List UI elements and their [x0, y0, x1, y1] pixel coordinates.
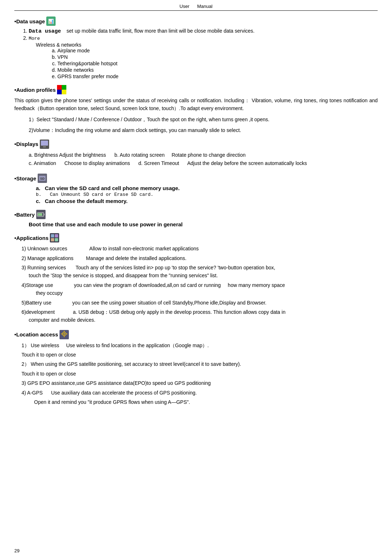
data-usage-item-1: Data usage set up mobile data traffic li… — [29, 28, 378, 34]
section-data-usage: • Data usage 📊 Data usage set up mobile … — [14, 16, 378, 79]
section-title-applications: • Applications — [14, 233, 378, 242]
section-title-audion: • Audion profiles — [14, 85, 378, 94]
location-item-3: 3) GPS EPO assistance,use GPS assistance… — [22, 379, 378, 387]
apps-item-1: 1) Unknown sources Allow to install non-… — [22, 245, 378, 252]
title-displays: Displays — [16, 141, 38, 147]
display-row1: a. Brightness Adjust the brightness b. A… — [29, 151, 378, 160]
svg-rect-20 — [55, 238, 58, 241]
svg-rect-2 — [57, 85, 62, 90]
svg-rect-19 — [51, 238, 54, 241]
wireless-list: Airplane mode VPN Tethering&portable hot… — [57, 48, 378, 79]
section-battery: • Battery Boot time that use and each mo… — [14, 210, 378, 227]
audion-item1: 1）Select "Standard / Mute / Conference /… — [29, 115, 378, 123]
apps-item-6: 6)development a. USB debug：USB debug onl… — [22, 308, 378, 324]
battery-icon — [36, 210, 46, 219]
svg-rect-17 — [51, 234, 54, 237]
displays-icon — [40, 140, 49, 149]
section-title-displays: • Displays — [14, 140, 378, 149]
apps-item-4: 4)Storage use you can view the program o… — [22, 281, 378, 297]
data-usage-icon: 📊 — [46, 16, 56, 26]
section-location: • Location access 1） Use wireless Use wi… — [14, 330, 378, 406]
battery-text: Boot time that use and each module to us… — [29, 221, 378, 227]
svg-rect-14 — [44, 214, 44, 215]
svg-rect-15 — [38, 213, 42, 216]
section-title-storage: • Storage SD — [14, 174, 378, 183]
audion-icon — [57, 85, 66, 94]
svg-rect-4 — [57, 90, 62, 94]
title-location: Location access — [16, 331, 58, 337]
title-applications: Applications — [16, 235, 48, 241]
page-number: 29 — [14, 548, 19, 553]
header-right: Manual — [197, 4, 213, 9]
wireless-item-vpn: VPN — [57, 54, 378, 60]
storage-icon: SD — [38, 174, 47, 183]
location-item-4: 4) A-GPS Use auxiliary data can accelera… — [22, 389, 378, 397]
section-applications: • Applications 1) Unknown sources Allow … — [14, 233, 378, 324]
svg-rect-5 — [62, 90, 66, 94]
wireless-title: Wireless & networks — [36, 42, 378, 48]
location-item-2: 2） When using the GPS satellite position… — [22, 360, 378, 368]
svg-point-27 — [63, 333, 65, 335]
title-storage: Storage — [16, 175, 36, 181]
section-title-battery: • Battery — [14, 210, 378, 219]
wireless-item-gprs: GPRS transfer prefer mode — [57, 74, 378, 79]
location-item-5: Open it and remind you "it produce GPRS … — [22, 398, 378, 406]
svg-text:📊: 📊 — [48, 18, 54, 24]
title-data-usage: Data usage — [16, 18, 45, 24]
storage-item-a: a. Can view the SD card and cell phone m… — [36, 185, 378, 191]
svg-rect-7 — [41, 141, 48, 146]
apps-item-5: 5)Battery use you can see the using powe… — [22, 299, 378, 307]
svg-rect-18 — [55, 234, 58, 237]
location-icon — [60, 330, 69, 339]
audion-body1: This option gives the phone tones' setti… — [14, 96, 378, 113]
svg-rect-3 — [62, 85, 66, 90]
storage-item-c: c. Can choose the default memory. — [36, 198, 378, 204]
section-title-data-usage: • Data usage 📊 — [14, 16, 378, 26]
page-header: User Manual — [14, 4, 378, 11]
wireless-item-mobile: Mobile networks — [57, 67, 378, 73]
location-touch-2: Touch it to open or close — [22, 370, 378, 378]
location-item-1: 1） Use wireless Use wireless to find loc… — [22, 341, 378, 349]
data-usage-list: Data usage set up mobile data traffic li… — [29, 28, 378, 79]
applications-icon — [50, 233, 59, 242]
apps-item-2: 2) Manage applications Manage and delete… — [22, 254, 378, 262]
section-displays: • Displays a. Brightness Adjust the brig… — [14, 140, 378, 168]
section-audion: • Audion profiles This option gives the … — [14, 85, 378, 134]
title-battery: Battery — [16, 212, 35, 218]
data-usage-item-2: More Wireless & networks Airplane mode V… — [29, 35, 378, 79]
wireless-item-airplane: Airplane mode — [57, 48, 378, 53]
section-storage: • Storage SD a. Can view the SD card and… — [14, 174, 378, 204]
apps-item-3: 3) Running services Touch any of the ser… — [22, 264, 378, 280]
title-audion: Audion profiles — [16, 87, 56, 93]
svg-text:SD: SD — [40, 177, 45, 180]
header-left: User — [180, 4, 189, 9]
audion-item2: 2)Volume：Including the ring volume and a… — [29, 126, 378, 134]
section-title-location: • Location access — [14, 330, 378, 339]
svg-rect-8 — [43, 146, 46, 147]
storage-item-b: b. Can Unmount SD card or Erase SD card. — [36, 192, 378, 197]
wireless-networks: Wireless & networks Airplane mode VPN Te… — [36, 42, 378, 79]
wireless-item-tethering: Tethering&portable hotspot — [57, 61, 378, 66]
location-touch-1: Touch it to open or close — [22, 351, 378, 359]
display-row2: c. Animation Choose to display animation… — [29, 159, 378, 168]
